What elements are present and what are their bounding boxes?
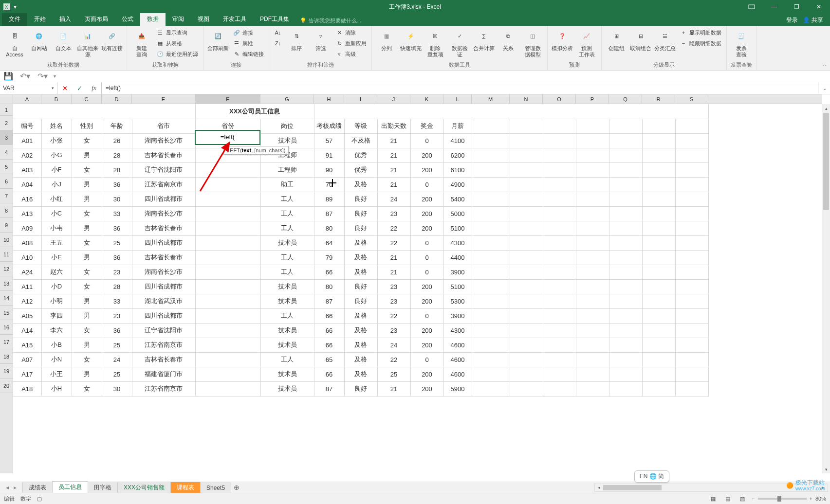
col-header-J[interactable]: J — [377, 94, 410, 104]
col-header-P[interactable]: P — [576, 94, 609, 104]
show-queries-button[interactable]: ☰显示查询 — [154, 28, 200, 38]
show-detail-button[interactable]: +显示明细数据 — [678, 28, 723, 38]
col-header-L[interactable]: L — [443, 94, 472, 104]
data-validation-button[interactable]: ✓数据验 证 — [448, 28, 471, 59]
remove-dup-button[interactable]: ☒删除 重复项 — [424, 28, 447, 59]
macro-record-icon[interactable]: ▢ — [37, 496, 42, 502]
sheet-tab-6[interactable]: Sheet5 — [200, 483, 231, 493]
maximize-button[interactable]: ❐ — [785, 0, 808, 14]
zoom-in-button[interactable]: + — [810, 496, 812, 502]
tab-nav-prev[interactable]: ◂ — [4, 484, 11, 491]
add-sheet-button[interactable]: ⊕ — [231, 484, 242, 491]
clear-filter-button[interactable]: ✕清除 — [333, 28, 369, 38]
select-all-corner[interactable] — [0, 94, 13, 104]
from-table-button[interactable]: ▦从表格 — [154, 38, 200, 49]
save-icon[interactable]: 💾 — [3, 71, 14, 82]
row-header-10[interactable]: 10 — [0, 233, 13, 247]
redo-button[interactable]: ↷▾ — [36, 71, 49, 82]
hide-detail-button[interactable]: −隐藏明细数据 — [678, 38, 723, 49]
col-header-O[interactable]: O — [543, 94, 576, 104]
row-header-20[interactable]: 20 — [0, 378, 13, 393]
row-header-13[interactable]: 13 — [0, 276, 13, 291]
col-header-F[interactable]: F — [195, 94, 260, 104]
tab-view[interactable]: 视图 — [191, 13, 216, 26]
vscroll-thumb[interactable] — [823, 113, 829, 210]
sheet-tab-4[interactable]: XXX公司销售额 — [117, 482, 171, 493]
col-header-D[interactable]: D — [102, 94, 132, 104]
row-header-7[interactable]: 7 — [0, 189, 13, 203]
close-button[interactable]: ✕ — [808, 0, 830, 14]
qat-more-icon[interactable]: ▾ — [54, 73, 56, 79]
enter-button[interactable]: ✓ — [72, 82, 87, 94]
scroll-down-icon[interactable]: ▾ — [822, 465, 830, 473]
tab-layout[interactable]: 页面布局 — [78, 13, 115, 26]
ime-indicator[interactable]: EN 🌐 简 — [634, 470, 669, 483]
col-header-N[interactable]: N — [510, 94, 543, 104]
col-header-M[interactable]: M — [472, 94, 510, 104]
row-header-15[interactable]: 15 — [0, 306, 13, 320]
col-header-B[interactable]: B — [41, 94, 72, 104]
sort-desc-button[interactable]: Z↓ — [272, 38, 284, 49]
filter-button[interactable]: ▿筛选 — [309, 28, 332, 53]
text-to-cols-button[interactable]: ▥分列 — [375, 28, 398, 53]
col-header-Q[interactable]: Q — [609, 94, 642, 104]
from-web-button[interactable]: 🌐自网站 — [27, 28, 51, 53]
existing-conn-button[interactable]: 🔗现有连接 — [100, 28, 124, 53]
subtotal-button[interactable]: ☱分类汇总 — [653, 28, 677, 53]
ribbon-options-button[interactable] — [740, 0, 763, 14]
formula-input[interactable]: =left() — [102, 82, 818, 94]
zoom-slider[interactable] — [758, 498, 807, 500]
normal-view-button[interactable]: ▦ — [708, 494, 719, 503]
minimize-button[interactable]: — — [763, 0, 785, 14]
hscroll-thumb[interactable] — [603, 485, 662, 490]
scroll-up-icon[interactable]: ▴ — [822, 104, 830, 112]
row-header-5[interactable]: 5 — [0, 160, 13, 174]
refresh-all-button[interactable]: 🔄全部刷新 — [206, 28, 230, 53]
ungroup-button[interactable]: ⊟取消组合 — [629, 28, 652, 53]
row-header-11[interactable]: 11 — [0, 247, 13, 262]
sheet-tab-3[interactable]: 田字格 — [88, 482, 118, 493]
advanced-button[interactable]: ▿高级 — [333, 49, 369, 60]
cancel-button[interactable]: ✕ — [57, 82, 72, 94]
tab-data[interactable]: 数据 — [140, 13, 166, 26]
sheet-tab-5[interactable]: 课程表 — [170, 482, 201, 493]
relationships-button[interactable]: ⧉关系 — [497, 28, 520, 53]
share-button[interactable]: 👤 共享 — [803, 16, 823, 24]
edit-links-button[interactable]: ✎编辑链接 — [231, 49, 266, 60]
tab-nav-next[interactable]: ▸ — [12, 484, 18, 491]
tab-pdf[interactable]: PDF工具集 — [253, 13, 296, 26]
page-break-button[interactable]: ▧ — [737, 494, 748, 503]
row-header-18[interactable]: 18 — [0, 349, 13, 364]
row-header-6[interactable]: 6 — [0, 174, 13, 189]
from-access-button[interactable]: 🗄自 Access — [3, 28, 26, 59]
tell-me-hint[interactable]: 💡 告诉我您想要做什么... — [300, 17, 361, 26]
fx-button[interactable]: fx — [87, 82, 101, 94]
col-header-C[interactable]: C — [72, 94, 102, 104]
tab-review[interactable]: 审阅 — [166, 13, 191, 26]
row-header-8[interactable]: 8 — [0, 203, 13, 218]
row-header-4[interactable]: 4 — [0, 145, 13, 160]
col-header-K[interactable]: K — [410, 94, 443, 104]
row-header-19[interactable]: 19 — [0, 364, 13, 378]
tab-insert[interactable]: 插入 — [53, 13, 78, 26]
col-header-S[interactable]: S — [675, 94, 708, 104]
connections-button[interactable]: 🔗连接 — [231, 28, 266, 38]
forecast-sheet-button[interactable]: 📈预测 工作表 — [575, 28, 598, 59]
whatif-button[interactable]: ❓模拟分析 — [551, 28, 574, 53]
recent-sources-button[interactable]: 🕑最近使用的源 — [154, 49, 200, 60]
cells-container[interactable]: XXX公司员工信息编号姓名性别年龄省市省份岗位考核成绩等级出勤天数奖金月薪A01… — [13, 104, 822, 473]
sort-asc-button[interactable]: A↓ — [272, 28, 284, 38]
page-layout-button[interactable]: ▤ — [722, 494, 733, 503]
name-box[interactable]: VAR — [0, 82, 57, 94]
tab-formula[interactable]: 公式 — [115, 13, 140, 26]
row-header-14[interactable]: 14 — [0, 291, 13, 306]
col-header-I[interactable]: I — [344, 94, 377, 104]
col-header-H[interactable]: H — [314, 94, 344, 104]
properties-button[interactable]: ☰属性 — [231, 38, 266, 49]
login-link[interactable]: 登录 — [786, 16, 798, 24]
collapse-ribbon-button[interactable]: ︿ — [822, 61, 827, 68]
sheet-tab-1[interactable]: 成绩表 — [22, 482, 53, 493]
col-header-G[interactable]: G — [260, 94, 314, 104]
col-header-E[interactable]: E — [132, 94, 195, 104]
col-header-A[interactable]: A — [13, 94, 41, 104]
